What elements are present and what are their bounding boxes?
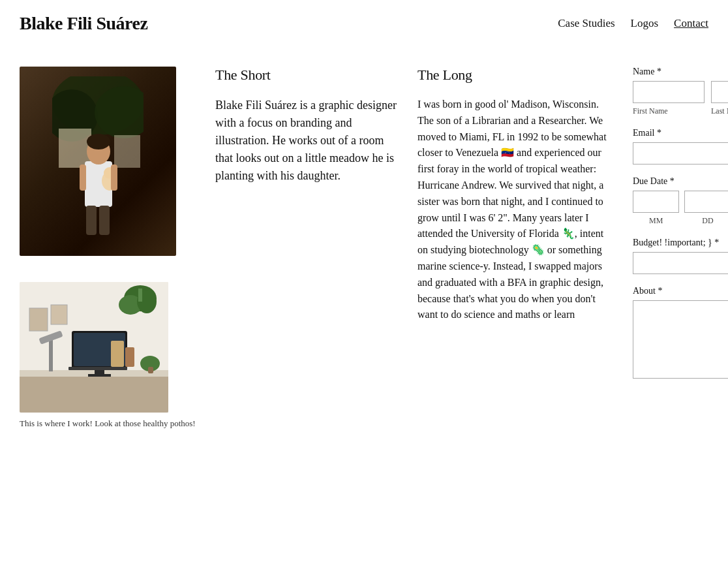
long-text: I was born in good ol' Madison, Wisconsi…: [417, 97, 613, 323]
svg-rect-30: [29, 308, 48, 331]
dd-sublabel: DD: [684, 216, 728, 226]
nav-contact[interactable]: Contact: [674, 17, 708, 30]
svg-rect-11: [111, 164, 117, 191]
workspace-image-container: This is where I work! Look at those heal…: [20, 282, 196, 430]
main-content: This is where I work! Look at those heal…: [0, 47, 728, 449]
workspace-caption: This is where I work! Look at those heal…: [20, 418, 196, 430]
last-name-input[interactable]: [711, 81, 728, 103]
nav-logos[interactable]: Logos: [631, 17, 659, 30]
svg-rect-27: [138, 289, 142, 302]
about-label: About *: [633, 286, 728, 296]
svg-rect-20: [88, 374, 111, 377]
about-form-group: About *: [633, 286, 728, 381]
dd-input[interactable]: [684, 191, 728, 213]
name-form-group: Name * First Name Last Name: [633, 67, 728, 116]
svg-rect-29: [148, 367, 153, 373]
budget-form-group: Budget! !important; } *: [633, 238, 728, 274]
due-date-form-group: Due Date * MM DD YYYY: [633, 176, 728, 226]
short-heading: The Short: [215, 67, 398, 84]
mm-input[interactable]: [633, 191, 679, 213]
first-name-input[interactable]: [633, 81, 705, 103]
nav-case-studies[interactable]: Case Studies: [558, 17, 614, 30]
short-section: The Short Blake Fili Suárez is a graphic…: [215, 67, 398, 185]
budget-input[interactable]: [633, 252, 728, 274]
svg-rect-4: [114, 135, 140, 168]
svg-rect-13: [99, 206, 110, 235]
site-title: Blake Fili Suárez: [20, 13, 147, 34]
short-text: Blake Fili Suárez is a graphic designer …: [215, 97, 398, 185]
first-name-sublabel: First Name: [633, 106, 705, 116]
last-name-group: Last Name: [711, 81, 728, 116]
svg-point-7: [87, 134, 110, 149]
svg-rect-22: [49, 337, 53, 371]
date-fields-row: MM DD YYYY: [633, 191, 728, 226]
site-header: Blake Fili Suárez Case Studies Logos Con…: [0, 0, 728, 47]
email-input[interactable]: [633, 142, 728, 164]
portrait-illustration: [52, 76, 144, 246]
svg-rect-12: [86, 206, 97, 235]
last-name-sublabel: Last Name: [711, 106, 728, 116]
dd-group: DD: [684, 191, 728, 226]
long-section: The Long I was born in good ol' Madison,…: [417, 67, 613, 323]
long-heading: The Long: [417, 67, 613, 84]
first-name-group: First Name: [633, 81, 705, 116]
svg-rect-32: [111, 341, 124, 367]
svg-rect-21: [68, 367, 127, 370]
workspace-illustration: [20, 282, 168, 413]
photo-column: This is where I work! Look at those heal…: [20, 67, 196, 430]
svg-rect-10: [80, 164, 86, 191]
main-nav: Case Studies Logos Contact: [558, 17, 708, 30]
portrait-image: [20, 67, 176, 256]
due-date-label: Due Date *: [633, 176, 728, 187]
contact-form-section: Name * First Name Last Name Email * Due …: [633, 67, 728, 393]
name-label: Name *: [633, 67, 728, 77]
svg-rect-31: [51, 305, 67, 324]
workspace-image: [20, 282, 168, 413]
mm-sublabel: MM: [633, 216, 679, 226]
email-label: Email *: [633, 128, 728, 138]
email-form-group: Email *: [633, 128, 728, 164]
svg-rect-33: [125, 347, 134, 367]
mm-group: MM: [633, 191, 679, 226]
about-textarea[interactable]: [633, 300, 728, 379]
svg-rect-16: [20, 377, 168, 413]
budget-label: Budget! !important; } *: [633, 238, 728, 248]
name-fields-row: First Name Last Name: [633, 81, 728, 116]
